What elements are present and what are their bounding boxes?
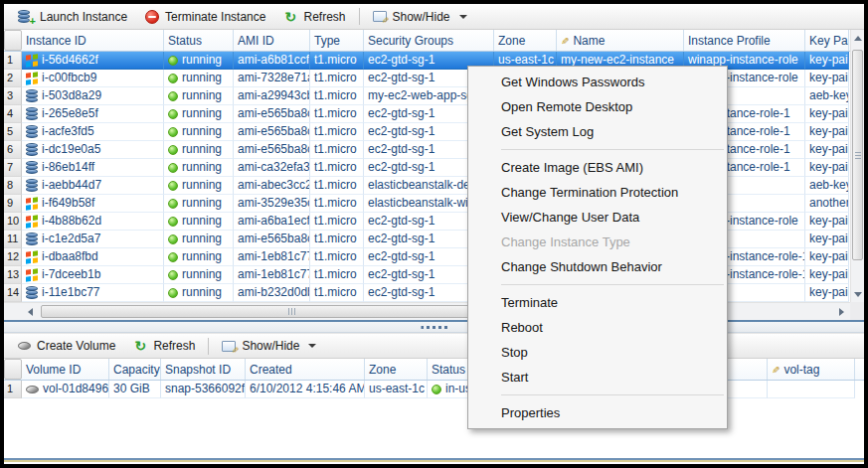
- row-number[interactable]: 1: [4, 52, 22, 70]
- row-number[interactable]: 10: [4, 213, 22, 231]
- row-number[interactable]: 14: [4, 284, 22, 302]
- row-number[interactable]: 3: [4, 87, 22, 105]
- column-header-ami-id[interactable]: AMI ID: [234, 30, 310, 51]
- launch-instance-button[interactable]: + Launch Instance: [9, 7, 136, 27]
- volume-row-vol-01d8496f[interactable]: 1vol-01d8496f30 GiBsnap-5366092f6/10/201…: [4, 381, 864, 398]
- instances-vertical-scrollbar[interactable]: [850, 30, 864, 302]
- column-header-created[interactable]: Created: [246, 359, 365, 380]
- menu-item-create-image-ebs-ami[interactable]: Create Image (EBS AMI): [468, 155, 727, 180]
- row-number[interactable]: 6: [4, 141, 22, 159]
- menu-item-terminate[interactable]: Terminate: [468, 290, 727, 315]
- column-header-vol-tag[interactable]: vol-tag: [768, 359, 855, 380]
- row-number[interactable]: 1: [4, 381, 22, 398]
- row-number[interactable]: 5: [4, 123, 22, 141]
- cell-keypair: aeb-key: [805, 177, 849, 195]
- row-number[interactable]: 13: [4, 266, 22, 284]
- menu-item-get-windows-passwords[interactable]: Get Windows Passwords: [468, 70, 727, 94]
- show-hide-volume-columns-button[interactable]: Show/Hide: [213, 336, 325, 356]
- cell-snapshot: snap-5366092f: [161, 381, 246, 398]
- windows-os-icon: [26, 250, 38, 263]
- cell-type: t1.micro: [310, 195, 364, 213]
- terminate-instance-button[interactable]: Terminate Instance: [136, 7, 274, 27]
- column-header-name[interactable]: Name: [557, 30, 684, 51]
- cell-id: i-4b88b62d: [22, 213, 164, 231]
- scroll-down-button[interactable]: [851, 287, 864, 301]
- menu-separator: [501, 149, 724, 150]
- show-hide-columns-button[interactable]: Show/Hide: [364, 7, 476, 27]
- menu-item-properties[interactable]: Properties: [468, 400, 727, 425]
- menu-item-change-shutdown-behavior[interactable]: Change Shutdown Behavior: [468, 254, 727, 279]
- cell-value: i-56d4662f: [42, 52, 98, 69]
- cell-value: ec2-gtd-sg-1: [368, 52, 434, 69]
- cell-id: i-7dceeb1b: [22, 266, 164, 284]
- cell-value: t1.micro: [314, 195, 357, 212]
- row-number[interactable]: 8: [4, 177, 22, 195]
- cell-value: ami-abec3cc2: [238, 177, 310, 194]
- cell-ami: ami-3529e35c: [234, 195, 310, 213]
- cell-type: t1.micro: [310, 231, 364, 248]
- show-hide-icon: [222, 341, 236, 352]
- select-all-corner[interactable]: [4, 30, 22, 51]
- cell-value: running: [182, 231, 222, 247]
- column-header-zone[interactable]: Zone: [365, 359, 428, 380]
- column-header-label: Status: [432, 363, 465, 377]
- row-number[interactable]: 7: [4, 159, 22, 177]
- cell-value: ec2-gtd-sg-1: [368, 231, 434, 247]
- cell-value: running: [182, 195, 222, 212]
- show-hide-volumes-label: Show/Hide: [242, 339, 299, 353]
- scrollbar-corner: [850, 302, 864, 320]
- status-running-icon: [168, 74, 178, 83]
- scroll-right-button[interactable]: [834, 305, 848, 319]
- cell-value: running: [182, 213, 222, 230]
- column-header-status[interactable]: Status: [164, 30, 234, 51]
- column-header-capacity[interactable]: Capacity: [109, 359, 161, 380]
- refresh-instances-button[interactable]: Refresh: [274, 7, 354, 27]
- scroll-left-button[interactable]: [23, 305, 37, 319]
- column-header-instance-profile[interactable]: Instance Profile: [684, 30, 805, 51]
- cell-value: ami-a29943cb: [238, 87, 310, 104]
- menu-item-get-system-log[interactable]: Get System Log: [468, 119, 727, 144]
- cell-value: i-dbaa8fbd: [42, 248, 98, 265]
- cell-ami: ami-ca32efa3: [234, 159, 310, 177]
- chevron-down-icon: [459, 15, 467, 19]
- menu-item-view-change-user-data[interactable]: View/Change User Data: [468, 205, 727, 230]
- menu-item-open-remote-desktop[interactable]: Open Remote Desktop: [468, 94, 727, 119]
- cell-vid: vol-01d8496f: [22, 381, 109, 398]
- show-hide-icon: [373, 11, 387, 22]
- select-all-corner[interactable]: [4, 359, 22, 380]
- cell-type: t1.micro: [310, 159, 364, 177]
- menu-item-change-termination-protection[interactable]: Change Termination Protection: [468, 180, 727, 205]
- column-header-label: Name: [573, 34, 605, 48]
- volumes-grid: Volume IDCapacitySnapshot IDCreatedZoneS…: [4, 359, 864, 459]
- column-header-zone[interactable]: Zone: [494, 30, 557, 51]
- row-number[interactable]: 2: [4, 70, 22, 87]
- column-header-volume-id[interactable]: Volume ID: [22, 359, 109, 380]
- instances-toolbar: + Launch Instance Terminate Instance Ref…: [4, 4, 864, 30]
- cell-status: running: [164, 70, 234, 87]
- row-number[interactable]: 4: [4, 105, 22, 123]
- column-header-snapshot-id[interactable]: Snapshot ID: [161, 359, 246, 380]
- cell-id: i-86eb14ff: [22, 159, 164, 177]
- cell-value: i-c00fbcb9: [42, 70, 96, 86]
- create-volume-button[interactable]: Create Volume: [9, 336, 124, 356]
- windows-os-icon: [26, 268, 38, 281]
- row-number[interactable]: 12: [4, 248, 22, 266]
- cell-value: running: [182, 70, 222, 86]
- row-number[interactable]: 9: [4, 195, 22, 213]
- refresh-volumes-button[interactable]: Refresh: [124, 336, 204, 356]
- column-header-security-groups[interactable]: Security Groups: [364, 30, 494, 51]
- menu-item-reboot[interactable]: Reboot: [468, 315, 727, 340]
- column-header-type[interactable]: Type: [310, 30, 364, 51]
- menu-item-stop[interactable]: Stop: [468, 340, 727, 365]
- scroll-up-button[interactable]: [851, 31, 864, 45]
- vertical-scroll-thumb[interactable]: [852, 50, 863, 260]
- column-header-instance-id[interactable]: Instance ID: [22, 30, 164, 51]
- column-header-key-pair[interactable]: Key Pair: [805, 30, 849, 51]
- cell-value: key-pair: [809, 284, 849, 301]
- terminate-icon: [145, 10, 159, 24]
- panel-splitter[interactable]: [4, 320, 864, 333]
- cell-status: running: [164, 87, 234, 105]
- row-number[interactable]: 11: [4, 231, 22, 248]
- menu-item-start[interactable]: Start: [468, 365, 727, 390]
- cell-keypair: key-pair: [805, 266, 849, 284]
